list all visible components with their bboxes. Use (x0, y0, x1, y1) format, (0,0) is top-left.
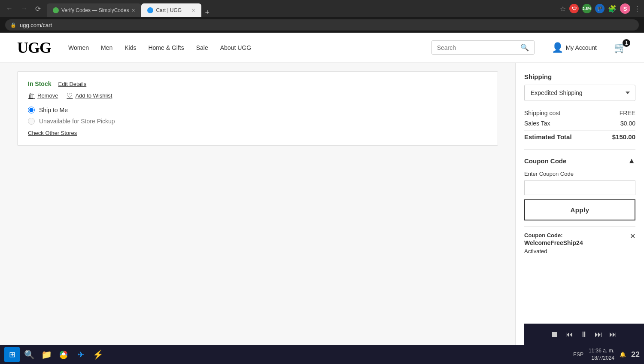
tab-bar: Verify Codes — SimplyCodes ✕ Cart | UGG … (47, 0, 556, 17)
media-play-pause[interactable]: ⏸ (580, 330, 588, 339)
menu-button[interactable]: ⋮ (634, 5, 641, 13)
shipping-method-dropdown[interactable]: Expedited Shipping (524, 85, 635, 101)
back-button[interactable]: ← (3, 4, 15, 13)
nav-men[interactable]: Men (101, 44, 112, 51)
apply-button[interactable]: Apply (524, 199, 635, 220)
media-end[interactable]: ⏭ (609, 330, 617, 339)
in-stock-label: In Stock (28, 80, 51, 87)
taskbar-date-num: 22 (631, 350, 640, 359)
shipping-section-title: Shipping (524, 73, 635, 80)
heart-icon: ♡ (67, 92, 73, 100)
coupon-toggle-icon[interactable]: ▲ (628, 156, 635, 165)
shipping-cost-value: FREE (620, 110, 635, 116)
coupon-header[interactable]: Coupon Code ▲ (524, 156, 635, 165)
check-other-stores-link[interactable]: Check Other Stores (28, 130, 77, 136)
notification-icon[interactable]: 🔔 (620, 352, 626, 358)
store-pickup-label: Unavailable for Store Pickup (39, 118, 115, 125)
nav-kids[interactable]: Kids (125, 44, 136, 51)
coupon-input[interactable] (524, 180, 635, 195)
ship-to-me-radio[interactable] (28, 107, 35, 113)
account-section[interactable]: 👤 My Account (552, 42, 597, 53)
url-bar[interactable]: 🔒 ugg.com/cart (5, 19, 639, 31)
shipping-cost-row: Shipping cost FREE (524, 110, 635, 116)
forward-button[interactable]: → (18, 4, 30, 13)
reload-button[interactable]: ⟳ (33, 4, 43, 14)
taskbar-files[interactable]: 📁 (39, 347, 54, 362)
nav-women[interactable]: Women (68, 44, 89, 51)
tab-close-verify[interactable]: ✕ (131, 8, 135, 13)
ship-to-me-label[interactable]: Ship to Me (39, 107, 68, 113)
estimated-total-label: Estimated Total (524, 133, 572, 141)
address-bar: 🔒 ugg.com/cart (0, 17, 644, 33)
coupon-enter-label: Enter Coupon Code (524, 171, 635, 177)
browser-extension-icons: ☆ 🛡 2.8% 🏴 🧩 S ⋮ (560, 3, 641, 14)
taskbar: ⊞ 🔍 📁 ✈ ⚡ ESP 11:36 a. m. 18/7/2024 🔔 22 (0, 345, 644, 364)
item-actions: 🗑 Remove ♡ Add to Wishlist (28, 92, 487, 100)
search-input[interactable] (437, 44, 517, 51)
estimated-total-value: $150.00 (612, 133, 635, 141)
estimated-total-row: Estimated Total $150.00 (524, 130, 635, 141)
coupon-close-button[interactable]: ✕ (630, 232, 635, 240)
coupon-code-title[interactable]: Coupon Code (524, 157, 566, 165)
search-bar[interactable]: 🔍 (431, 40, 535, 55)
sales-tax-row: Sales Tax $0.00 (524, 120, 635, 127)
taskbar-telegram[interactable]: ✈ (73, 347, 88, 362)
sales-tax-label: Sales Tax (524, 120, 550, 127)
tab-label-cart: Cart | UGG (156, 7, 182, 13)
tab-favicon-cart (147, 7, 153, 13)
star-icon[interactable]: ☆ (560, 5, 566, 13)
nav-sale[interactable]: Sale (196, 44, 208, 51)
taskbar-clock: 11:36 a. m. 18/7/2024 (589, 347, 614, 362)
url-text: ugg.com/cart (20, 22, 52, 28)
tab-verify-codes[interactable]: Verify Codes — SimplyCodes ✕ (47, 3, 141, 17)
coupon-code-value: WelcomeFreeShip24 (524, 239, 635, 246)
media-next[interactable]: ⏭ (595, 330, 602, 339)
account-icon: 👤 (552, 42, 563, 53)
nav-about[interactable]: About UGG (220, 44, 251, 51)
media-stop[interactable]: ⏹ (551, 330, 559, 339)
remove-button[interactable]: 🗑 Remove (28, 92, 58, 100)
taskbar-chrome[interactable] (56, 347, 71, 362)
coupon-activated-prefix: Coupon Code: (524, 232, 635, 239)
tab-close-cart[interactable]: ✕ (191, 8, 195, 13)
browser-chrome: ← → ⟳ Verify Codes — SimplyCodes ✕ Cart … (0, 0, 644, 17)
cart-section[interactable]: 🛒 1 (614, 42, 627, 54)
shipping-section: Shipping Expedited Shipping (524, 73, 635, 101)
trash-icon: 🗑 (28, 92, 35, 100)
start-button[interactable]: ⊞ (4, 347, 20, 362)
coupon-section: Coupon Code ▲ Enter Coupon Code Apply ✕ … (524, 149, 635, 254)
lock-icon: 🔒 (10, 22, 16, 28)
extension-icon-2[interactable]: 2.8% (582, 4, 592, 13)
tab-label-verify: Verify Codes — SimplyCodes (61, 7, 129, 13)
sales-tax-value: $0.00 (620, 120, 635, 127)
nav-home-gifts[interactable]: Home & Gifts (148, 44, 184, 51)
extension-icon-1[interactable]: 🛡 (569, 4, 579, 13)
taskbar-search[interactable]: 🔍 (21, 347, 37, 362)
taskbar-lang: ESP (573, 352, 583, 358)
tab-cart[interactable]: Cart | UGG ✕ (141, 3, 201, 17)
page-wrapper: UGG Women Men Kids Home & Gifts Sale Abo… (0, 33, 644, 364)
coupon-activated: ✕ Coupon Code: WelcomeFreeShip24 Activat… (524, 226, 635, 254)
cost-rows: Shipping cost FREE Sales Tax $0.00 Estim… (524, 110, 635, 141)
cart-items-area: In Stock Edit Details 🗑 Remove ♡ Add to … (0, 63, 515, 364)
site-header: UGG Women Men Kids Home & Gifts Sale Abo… (0, 33, 644, 63)
tab-favicon-verify (53, 7, 59, 13)
coupon-activated-status: Activated (524, 248, 635, 254)
edit-details-link[interactable]: Edit Details (58, 81, 86, 87)
new-tab-button[interactable]: + (201, 8, 213, 17)
browser-nav-buttons: ← → ⟳ (3, 4, 43, 14)
store-pickup-option: Unavailable for Store Pickup (28, 118, 487, 125)
media-prev[interactable]: ⏮ (565, 330, 573, 339)
profile-button[interactable]: S (620, 3, 630, 14)
extensions-button[interactable]: 🧩 (608, 5, 617, 13)
add-to-wishlist-button[interactable]: ♡ Add to Wishlist (67, 92, 112, 100)
account-label: My Account (566, 44, 597, 51)
media-player: ⏹ ⏮ ⏸ ⏭ ⏭ (524, 324, 644, 345)
extension-icon-3[interactable]: 🏴 (595, 4, 605, 13)
shipping-cost-label: Shipping cost (524, 110, 560, 116)
search-icon[interactable]: 🔍 (520, 43, 529, 52)
taskbar-flash[interactable]: ⚡ (90, 347, 106, 362)
main-nav: Women Men Kids Home & Gifts Sale About U… (68, 44, 414, 51)
site-logo[interactable]: UGG (17, 39, 51, 57)
ship-to-me-option[interactable]: Ship to Me (28, 107, 487, 113)
